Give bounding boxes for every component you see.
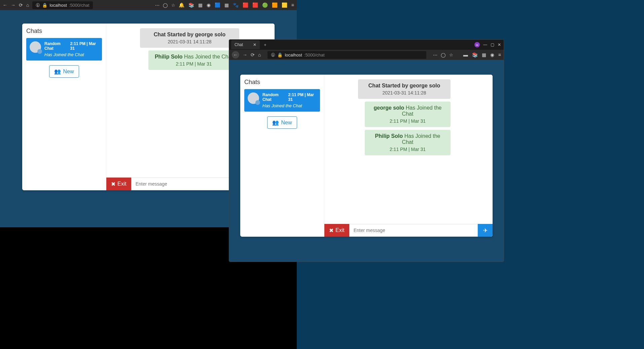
join-name: Philip Solo <box>375 133 403 139</box>
sidebar-title: Chats <box>244 79 320 86</box>
browser-tab[interactable]: Chat ✕ <box>231 40 260 49</box>
chat-input-row: ✖ Exit ✈ <box>324 224 493 237</box>
message-input[interactable] <box>349 224 478 237</box>
users-icon: 👥 <box>54 68 61 75</box>
ext-icon[interactable]: ▦ <box>224 2 229 8</box>
ext-icon[interactable]: ▦ <box>482 52 486 57</box>
lock-icon: 🔒 <box>42 3 47 8</box>
chat-started-card: Chat Started by george solo 2021-03-31 1… <box>140 28 239 48</box>
chat-preview: Has Joined the Chat <box>44 52 99 57</box>
close-tab-icon[interactable]: ✕ <box>253 42 256 47</box>
back-icon[interactable]: ← <box>3 2 7 8</box>
home-icon[interactable]: ⌂ <box>26 2 29 8</box>
join-card: Philip Solo Has Joined the Chat 2:11 PM … <box>148 50 239 70</box>
browser1-toolbar: ← → ⟳ ⌂ 🛈 🔒 localhost:5000/chat ⋯ ◯ ☆ 🔔 … <box>0 0 297 10</box>
minimize-icon[interactable]: — <box>483 42 487 47</box>
menu-icon[interactable]: ≡ <box>498 52 501 57</box>
chat-list-item[interactable]: Random Chat 2:11 PM | Mar 31 Has Joined … <box>244 89 320 112</box>
users-icon: 👥 <box>272 119 279 126</box>
more-icon[interactable]: ⋯ <box>433 52 437 57</box>
url-host: localhost <box>49 3 67 8</box>
ext-icon[interactable]: ◉ <box>207 2 211 8</box>
ext-icon[interactable]: 🟢 <box>262 2 268 8</box>
sync-icon[interactable]: ◯ <box>441 52 446 57</box>
join-card: Philip Solo Has Joined the Chat 2:11 PM … <box>365 130 451 155</box>
chat-sidebar: Chats Random Chat 2:11 PM | Mar 31 Has J… <box>240 75 324 237</box>
ext-icon[interactable]: ◉ <box>490 52 494 57</box>
chat-sidebar: Chats Random Chat 2:11 PM | Mar 31 Has J… <box>22 24 106 190</box>
chat-list-item[interactable]: Random Chat 2:11 PM | Mar 31 Has Joined … <box>26 38 102 61</box>
ext-icon[interactable]: 🔔 <box>179 2 184 8</box>
forward-icon[interactable]: → <box>11 2 15 8</box>
close-icon: ✖ <box>111 181 115 187</box>
shield-icon: 🛈 <box>271 52 275 57</box>
join-time: 2:11 PM | Mar 31 <box>369 118 446 124</box>
ext-icon[interactable]: 🟨 <box>282 2 287 8</box>
new-chat-label: New <box>281 120 292 126</box>
send-icon: ✈ <box>483 228 488 233</box>
ext-icon[interactable]: 🐾 <box>233 2 239 8</box>
browser2-tabbar: Chat ✕ ＋ ∞ — ▢ ✕ <box>229 40 504 50</box>
sidebar-title: Chats <box>26 28 102 35</box>
menu-icon[interactable]: ≡ <box>291 2 294 8</box>
new-chat-button[interactable]: 👥 New <box>267 116 297 129</box>
join-text: Has Joined the Chat <box>402 133 440 145</box>
star-icon[interactable]: ☆ <box>449 52 453 57</box>
join-text: Has Joined the Chat <box>402 105 442 117</box>
ext-icon[interactable]: 📚 <box>188 2 194 8</box>
url-path: :5000/chat <box>304 52 325 57</box>
sync-icon[interactable]: ◯ <box>163 3 168 8</box>
ext-icon[interactable]: 🟧 <box>272 2 278 8</box>
exit-button[interactable]: ✖ Exit <box>106 178 131 190</box>
avatar-icon <box>248 92 259 104</box>
close-icon: ✖ <box>329 227 333 234</box>
maximize-icon[interactable]: ▢ <box>491 42 494 47</box>
private-mode-icon: ∞ <box>474 42 480 47</box>
more-icon[interactable]: ⋯ <box>155 3 159 8</box>
shield-icon: 🛈 <box>36 3 40 8</box>
ext-icon[interactable]: ▦ <box>198 2 203 8</box>
join-time: 2:11 PM | Mar 31 <box>153 61 235 67</box>
lock-icon: 🔒 <box>277 52 283 57</box>
chat-started-title: Chat Started by george solo <box>154 32 225 37</box>
new-chat-button[interactable]: 👥 New <box>49 65 79 78</box>
home-icon[interactable]: ⌂ <box>258 52 261 57</box>
chat-started-title: Chat Started by george solo <box>368 83 440 88</box>
back-icon[interactable]: ← <box>232 51 239 59</box>
chat-preview: Has Joined the Chat <box>262 103 317 108</box>
url-path: :5000/chat <box>69 3 90 8</box>
ext-icon[interactable]: 📚 <box>472 52 478 57</box>
reload-icon[interactable]: ⟳ <box>19 2 23 8</box>
send-button[interactable]: ✈ <box>478 224 493 237</box>
chat-feed: Chat Started by george solo 2021-03-31 1… <box>324 75 493 224</box>
chat-started-card: Chat Started by george solo 2021-03-31 1… <box>358 79 451 99</box>
tab-title: Chat <box>235 42 243 47</box>
chat-time: 2:11 PM | Mar 31 <box>70 41 99 51</box>
ext-icon[interactable]: 🟦 <box>215 2 220 8</box>
forward-icon[interactable]: → <box>243 52 247 57</box>
browser2-toolbar: ← → ⟳ ⌂ 🛈 🔒 localhost:5000/chat ⋯ ◯ ☆ ▬ … <box>229 50 504 60</box>
chat-name: Random Chat <box>44 41 68 51</box>
browser1-chrome: ← → ⟳ ⌂ 🛈 🔒 localhost:5000/chat ⋯ ◯ ☆ 🔔 … <box>0 0 297 10</box>
join-name: Philip Solo <box>155 54 183 60</box>
reload-icon[interactable]: ⟳ <box>251 52 255 57</box>
ext-icon[interactable]: 🟥 <box>243 2 248 8</box>
chat-started-time: 2021-03-31 14:11:28 <box>145 39 235 44</box>
join-name: george solo <box>374 105 404 111</box>
chat-time: 2:11 PM | Mar 31 <box>288 92 317 102</box>
chat-main: Chat Started by george solo 2021-03-31 1… <box>324 75 493 237</box>
right-icons: ▬ 📚 ▦ ◉ ≡ <box>463 52 501 57</box>
extension-icons: 🔔 📚 ▦ ◉ 🟦 ▦ 🐾 🟥 🟥 🟢 🟧 🟨 ≡ <box>179 2 294 8</box>
close-window-icon[interactable]: ✕ <box>498 42 501 47</box>
exit-button[interactable]: ✖ Exit <box>324 224 349 237</box>
join-card: george solo Has Joined the Chat 2:11 PM … <box>365 102 451 127</box>
chat-app-2: Chats Random Chat 2:11 PM | Mar 31 Has J… <box>240 75 493 237</box>
chat-started-time: 2021-03-31 14:11:28 <box>363 90 446 95</box>
url-bar[interactable]: 🛈 🔒 localhost:5000/chat <box>267 51 426 59</box>
new-chat-label: New <box>63 69 74 75</box>
star-icon[interactable]: ☆ <box>171 3 175 8</box>
url-bar[interactable]: 🛈 🔒 localhost:5000/chat <box>32 1 93 9</box>
ext-icon[interactable]: 🟥 <box>252 2 258 8</box>
new-tab-icon[interactable]: ＋ <box>263 42 267 48</box>
ext-icon[interactable]: ▬ <box>463 52 468 57</box>
